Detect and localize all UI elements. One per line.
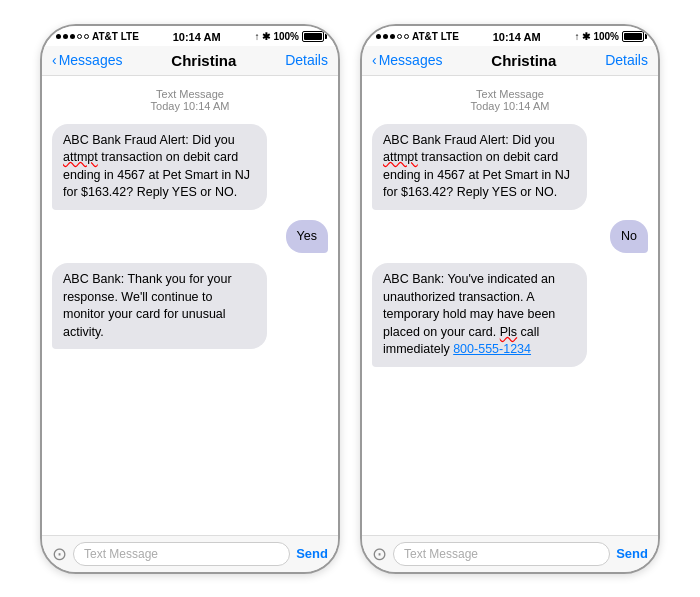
rdot5: [404, 34, 409, 39]
timestamp-left: Text MessageToday 10:14 AM: [52, 88, 328, 112]
bluetooth-icon-right: ✱: [582, 31, 590, 42]
dot5: [84, 34, 89, 39]
rdot4: [397, 34, 402, 39]
nav-bar-right: ‹ Messages Christina Details: [362, 46, 658, 76]
back-chevron-right: ‹: [372, 52, 377, 68]
carrier-right: AT&T LTE: [412, 31, 459, 42]
dot2: [63, 34, 68, 39]
nav-bar-left: ‹ Messages Christina Details: [42, 46, 338, 76]
timestamp-right: Text MessageToday 10:14 AM: [372, 88, 648, 112]
rdot2: [383, 34, 388, 39]
phone-link-right[interactable]: 800-555-1234: [453, 342, 531, 356]
location-icon-right: ↑: [574, 31, 579, 42]
status-bar-left: AT&T LTE 10:14 AM ↑ ✱ 100%: [42, 26, 338, 46]
msg-row-left-3: ABC Bank: Thank you for your response. W…: [52, 263, 328, 349]
squiggly-right-2: Pls: [500, 325, 517, 339]
bubble-left-1: ABC Bank Fraud Alert: Did you attmpt tra…: [52, 124, 267, 210]
squiggly-right-1: attmpt: [383, 150, 418, 164]
send-button-right[interactable]: Send: [616, 546, 648, 561]
back-label-right[interactable]: Messages: [379, 52, 443, 68]
battery-icon-left: [302, 31, 324, 42]
bubble-right-1: ABC Bank Fraud Alert: Did you attmpt tra…: [372, 124, 587, 210]
nav-title-left: Christina: [171, 52, 236, 69]
phone-right: AT&T LTE 10:14 AM ↑ ✱ 100% ‹ Messages Ch…: [360, 24, 660, 574]
camera-button-right[interactable]: ⊙: [372, 543, 387, 565]
status-right-right: ↑ ✱ 100%: [574, 31, 644, 42]
dot4: [77, 34, 82, 39]
text-input-left[interactable]: Text Message: [73, 542, 290, 566]
phone-left: AT&T LTE 10:14 AM ↑ ✱ 100% ‹ Messages Ch…: [40, 24, 340, 574]
signal-dots-right: [376, 34, 409, 39]
msg-row-right-2: No: [372, 220, 648, 254]
battery-pct-left: 100%: [273, 31, 299, 42]
bluetooth-icon: ✱: [262, 31, 270, 42]
status-right-left: ↑ ✱ 100%: [254, 31, 324, 42]
status-left-right: AT&T LTE: [376, 31, 459, 42]
bubble-right-2: No: [610, 220, 648, 254]
rdot1: [376, 34, 381, 39]
message-area-left: Text MessageToday 10:14 AM ABC Bank Frau…: [42, 76, 338, 535]
nav-details-right[interactable]: Details: [605, 52, 648, 68]
msg-row-left-1: ABC Bank Fraud Alert: Did you attmpt tra…: [52, 124, 328, 210]
status-bar-right: AT&T LTE 10:14 AM ↑ ✱ 100%: [362, 26, 658, 46]
battery-fill-left: [304, 33, 322, 40]
msg-row-right-1: ABC Bank Fraud Alert: Did you attmpt tra…: [372, 124, 648, 210]
time-left: 10:14 AM: [173, 31, 221, 43]
camera-button-left[interactable]: ⊙: [52, 543, 67, 565]
back-button-left[interactable]: ‹ Messages: [52, 52, 122, 68]
battery-icon-right: [622, 31, 644, 42]
signal-dots: [56, 34, 89, 39]
nav-details-left[interactable]: Details: [285, 52, 328, 68]
send-button-left[interactable]: Send: [296, 546, 328, 561]
back-label-left[interactable]: Messages: [59, 52, 123, 68]
bubble-right-3: ABC Bank: You've indicated an unauthoriz…: [372, 263, 587, 367]
phones-container: AT&T LTE 10:14 AM ↑ ✱ 100% ‹ Messages Ch…: [20, 4, 680, 594]
carrier-left: AT&T LTE: [92, 31, 139, 42]
status-left: AT&T LTE: [56, 31, 139, 42]
msg-row-right-3: ABC Bank: You've indicated an unauthoriz…: [372, 263, 648, 367]
rdot3: [390, 34, 395, 39]
nav-title-right: Christina: [491, 52, 556, 69]
input-bar-right: ⊙ Text Message Send: [362, 535, 658, 572]
message-area-right: Text MessageToday 10:14 AM ABC Bank Frau…: [362, 76, 658, 535]
location-icon: ↑: [254, 31, 259, 42]
dot1: [56, 34, 61, 39]
msg-row-left-2: Yes: [52, 220, 328, 254]
bubble-left-3: ABC Bank: Thank you for your response. W…: [52, 263, 267, 349]
time-right: 10:14 AM: [493, 31, 541, 43]
battery-fill-right: [624, 33, 642, 40]
squiggly-left-1: attmpt: [63, 150, 98, 164]
back-button-right[interactable]: ‹ Messages: [372, 52, 442, 68]
bubble-left-2: Yes: [286, 220, 328, 254]
input-bar-left: ⊙ Text Message Send: [42, 535, 338, 572]
dot3: [70, 34, 75, 39]
battery-pct-right: 100%: [593, 31, 619, 42]
back-chevron-left: ‹: [52, 52, 57, 68]
text-input-right[interactable]: Text Message: [393, 542, 610, 566]
